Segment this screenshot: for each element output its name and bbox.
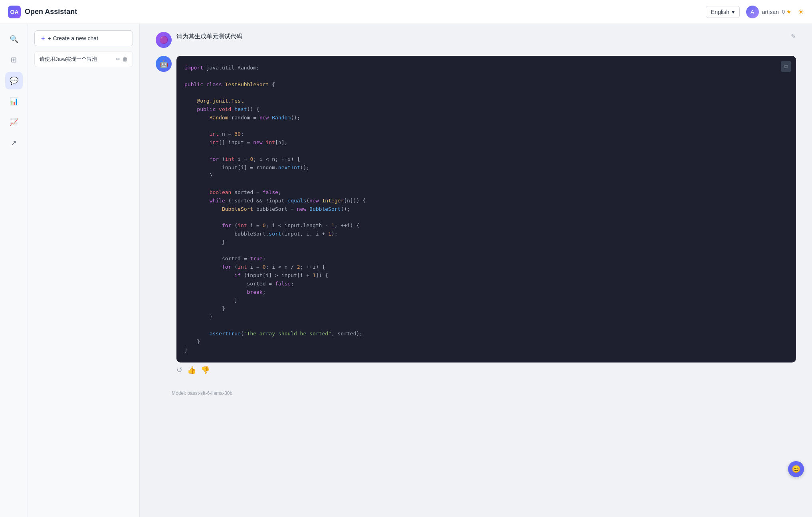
- chat-icon: 💬: [10, 76, 18, 85]
- star-count: 0: [782, 9, 785, 15]
- sidebar-item-trending[interactable]: 📈: [5, 113, 23, 131]
- export-icon: ↗: [11, 139, 17, 147]
- user-message-text: 请为其生成单元测试代码: [176, 32, 242, 41]
- model-label: Model: oasst-sft-6-llama-30b: [156, 386, 796, 401]
- grid-icon: ⊞: [11, 55, 17, 64]
- navbar: OA Open Assistant English ▾ A artisan 0 …: [0, 0, 812, 24]
- sidebar-item-chart[interactable]: 📊: [5, 93, 23, 110]
- user-section: A artisan 0 ★: [746, 6, 791, 18]
- message-edit-icon[interactable]: ✎: [791, 33, 796, 40]
- theme-toggle-icon[interactable]: ☀: [798, 8, 804, 16]
- icon-sidebar: 🔍 ⊞ 💬 📊 📈 ↗: [0, 24, 28, 517]
- list-item[interactable]: 请使用Java实现一个冒泡 ✏ 🗑: [34, 51, 133, 67]
- edit-icon[interactable]: ✏: [116, 56, 121, 62]
- user-stars: 0 ★: [782, 9, 791, 15]
- bot-message-content: ⧉ import java.util.Random; public class …: [176, 56, 796, 378]
- code-text: import java.util.Random; public class Te…: [184, 64, 788, 355]
- like-button[interactable]: 👍: [187, 366, 196, 374]
- delete-icon[interactable]: 🗑: [122, 56, 128, 62]
- user-avatar: 🟣: [156, 32, 172, 48]
- bar-chart-icon: 📊: [10, 97, 18, 106]
- navbar-right: English ▾ A artisan 0 ★ ☀: [706, 6, 804, 18]
- chat-content: 🟣 请为其生成单元测试代码 ✎ 🤖 ⧉ import java.util.Ran…: [140, 24, 812, 517]
- app-title: Open Assistant: [25, 8, 77, 16]
- lang-label: English: [711, 9, 729, 15]
- username: artisan: [762, 9, 779, 15]
- new-chat-label: + Create a new chat: [48, 35, 98, 42]
- plus-icon: +: [41, 35, 45, 42]
- app-logo: OA: [8, 6, 21, 18]
- bot-avatar: 🤖: [156, 56, 172, 72]
- bot-message: 🤖 ⧉ import java.util.Random; public clas…: [156, 56, 796, 378]
- navbar-left: OA Open Assistant: [8, 6, 77, 18]
- sidebar-item-export[interactable]: ↗: [5, 134, 23, 152]
- sidebar-item-search[interactable]: 🔍: [5, 30, 23, 48]
- sidebar-item-chat[interactable]: 💬: [5, 72, 23, 89]
- avatar: A: [746, 6, 759, 18]
- message-header: 请为其生成单元测试代码 ✎: [176, 32, 796, 41]
- copy-code-button[interactable]: ⧉: [781, 61, 791, 72]
- search-icon: 🔍: [10, 35, 18, 44]
- chat-main: 🟣 请为其生成单元测试代码 ✎ 🤖 ⧉ import java.util.Ran…: [140, 24, 812, 517]
- chat-item-actions: ✏ 🗑: [116, 56, 128, 62]
- language-selector[interactable]: English ▾: [706, 6, 740, 18]
- avatar-initial: A: [751, 9, 754, 15]
- app-layout: 🔍 ⊞ 💬 📊 📈 ↗ + + Create a new chat 请使用Jav…: [0, 24, 812, 517]
- code-block: ⧉ import java.util.Random; public class …: [176, 56, 796, 362]
- chat-sidebar: + + Create a new chat 请使用Java实现一个冒泡 ✏ 🗑: [28, 24, 140, 517]
- feedback-icon: 😊: [792, 465, 800, 473]
- sidebar-item-grid[interactable]: ⊞: [5, 51, 23, 69]
- trending-icon: 📈: [10, 118, 18, 127]
- feedback-widget[interactable]: 😊: [788, 461, 804, 477]
- chat-item-text: 请使用Java实现一个冒泡: [40, 55, 113, 63]
- chevron-down-icon: ▾: [732, 9, 735, 15]
- dislike-button[interactable]: 👎: [201, 366, 210, 374]
- user-message: 🟣 请为其生成单元测试代码 ✎: [156, 32, 796, 48]
- message-toolbar: ↺ 👍 👎: [176, 362, 796, 378]
- new-chat-button[interactable]: + + Create a new chat: [34, 30, 133, 46]
- refresh-button[interactable]: ↺: [176, 366, 182, 374]
- star-icon: ★: [786, 9, 791, 15]
- user-message-content: 请为其生成单元测试代码 ✎: [176, 32, 796, 48]
